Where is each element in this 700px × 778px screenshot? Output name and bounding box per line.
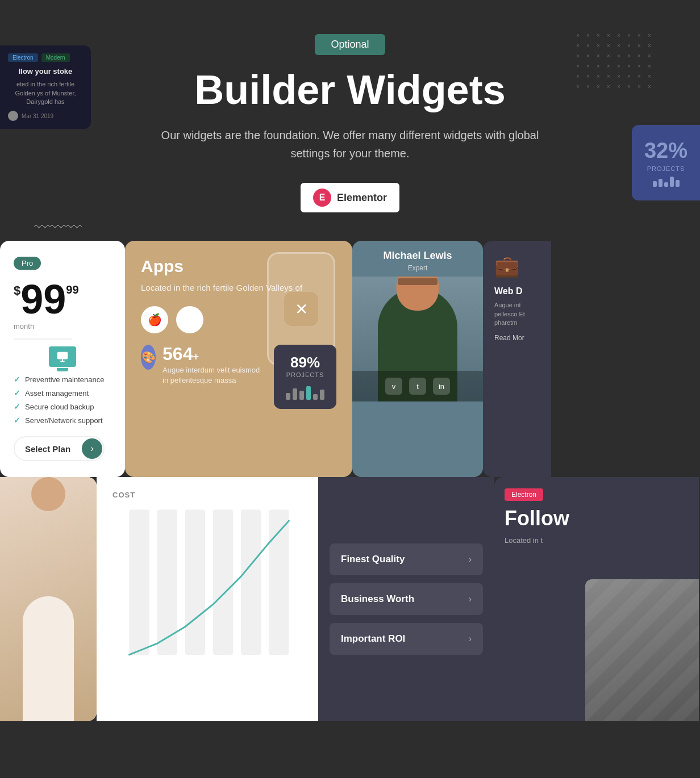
check-icon: ✓ — [14, 402, 20, 411]
chart-card: COST — [97, 477, 318, 721]
linkedin-icon[interactable]: in — [433, 378, 450, 395]
follow-card: Electron Follow Located in t — [494, 477, 699, 721]
person-body — [23, 596, 74, 721]
team-member-role: Expert — [352, 264, 483, 272]
svg-rect-7 — [241, 510, 261, 655]
service-title: Web D — [494, 286, 540, 296]
electron-tag: Electron — [505, 488, 543, 501]
feature-item: ✓Server/Network support — [14, 416, 111, 425]
blog-title: llow your stoke — [8, 66, 83, 77]
staircase-texture — [585, 579, 699, 721]
stat-number: 564+ — [163, 345, 265, 363]
blog-tag-electron: Electron — [8, 53, 38, 62]
hero-description: Our widgets are the foundation. We offer… — [157, 126, 543, 162]
service-description: Augue int pellesco Et pharetm — [494, 301, 540, 327]
check-icon: ✓ — [14, 375, 20, 384]
vimeo-icon[interactable]: v — [385, 378, 402, 395]
feature-item: ✓Preventive maintenance — [14, 375, 111, 384]
accordion-arrow-icon: › — [469, 634, 472, 644]
svg-rect-6 — [213, 510, 233, 655]
team-member-card: Michael Lewis Expert v t in — [352, 241, 483, 477]
feature-item: ✓Asset management — [14, 388, 111, 398]
check-icon: ✓ — [14, 388, 20, 398]
apps-description: Located in the rich fertile Golden Valle… — [141, 282, 336, 295]
staircase-image — [585, 579, 699, 721]
monitor-icon-wrap — [14, 346, 111, 367]
accordion-item-finest-quality[interactable]: Finest Quality › — [330, 543, 483, 575]
accordion-section: Finest Quality › Business Worth › Import… — [318, 477, 494, 721]
play-store-button[interactable]: ▶ — [176, 306, 203, 333]
accordion-item-important-roi[interactable]: Important ROI › — [330, 623, 483, 655]
accordion-label-finest-quality: Finest Quality — [341, 554, 405, 565]
stat-palette-icon: 🎨 — [141, 345, 156, 370]
blog-tag-modern: Modern — [41, 53, 70, 62]
chart-area — [113, 508, 302, 667]
projects-percent: 89% — [283, 354, 327, 371]
check-icon: ✓ — [14, 416, 20, 425]
features-list: ✓Preventive maintenance ✓Asset managemen… — [14, 375, 111, 425]
accordion-arrow-icon: › — [469, 594, 472, 604]
stat-description: Augue interdum velit euismod in pellente… — [163, 365, 265, 386]
svg-rect-5 — [185, 510, 205, 655]
service-card-partial: 💼 Web D Augue int pellesco Et pharetm Re… — [483, 241, 551, 477]
briefcase-icon: 💼 — [494, 254, 540, 278]
cost-chart — [113, 508, 302, 667]
team-member-photo: v t in — [352, 277, 483, 401]
elementor-icon: E — [313, 189, 331, 207]
select-plan-label: Select Plan — [15, 438, 81, 459]
select-plan-arrow-icon: › — [82, 438, 102, 459]
accordion-label-business-worth: Business Worth — [341, 593, 414, 605]
blog-description: eted in the rich fertile Golden ys of Mu… — [8, 80, 83, 106]
stats-row: 🎨 564+ Augue interdum velit euismod in p… — [141, 345, 336, 409]
stat-564: 🎨 564+ Augue interdum velit euismod in p… — [141, 345, 265, 386]
mini-bar-chart — [642, 177, 690, 187]
select-plan-button[interactable]: Select Plan › — [14, 436, 105, 461]
chart-label: COST — [113, 491, 302, 499]
app-buttons: 🍎 ▶ — [141, 306, 336, 333]
accordion-arrow-icon: › — [469, 554, 472, 564]
blog-preview-card: Electron Modern llow your stoke eted in … — [0, 45, 91, 129]
accordion-item-business-worth[interactable]: Business Worth › — [330, 583, 483, 615]
person-image — [0, 477, 97, 721]
svg-rect-0 — [57, 352, 68, 359]
apps-card: ✕ Apps Located in the rich fertile Golde… — [125, 241, 352, 477]
projects-box: 89% PROJECTS — [274, 345, 336, 409]
dot-grid-decoration: ×××××××× ×××××××× ×××××××× ×××××××× ××××… — [576, 34, 655, 92]
price-dollar: $ — [14, 283, 20, 298]
projects-bar-chart — [283, 383, 327, 400]
team-member-name: Michael Lewis — [352, 241, 483, 264]
price-superscript: 99 — [66, 283, 78, 296]
apps-title: Apps — [141, 257, 336, 276]
read-more-link[interactable]: Read Mor — [494, 334, 540, 342]
follow-title: Follow — [505, 507, 689, 530]
monitor-svg — [56, 350, 69, 363]
person-partial-card — [0, 477, 97, 721]
bottom-section: COST Finest Quality › — [0, 477, 700, 721]
price-divider — [14, 338, 72, 340]
widgets-row: Pro $ 99 99 month ✓Preventive maintenanc… — [0, 241, 700, 477]
blog-author-avatar — [8, 111, 18, 121]
percent-value: 32% — [642, 139, 690, 163]
blog-date: Mar 31 2019 — [22, 113, 53, 119]
price-display: $ 99 99 — [14, 279, 111, 320]
monitor-icon — [49, 346, 76, 367]
person-head — [31, 477, 65, 511]
blog-meta: Mar 31 2019 — [8, 111, 83, 121]
elementor-badge[interactable]: E Elementor — [301, 183, 399, 212]
social-links-bar: v t in — [352, 371, 483, 401]
twitter-icon[interactable]: t — [409, 378, 426, 395]
pro-badge: Pro — [14, 257, 41, 270]
apple-store-button[interactable]: 🍎 — [141, 306, 168, 333]
price-period: month — [14, 322, 111, 331]
percent-card: 32% PROJECTS — [632, 125, 700, 200]
projects-label: PROJECTS — [283, 371, 327, 378]
apps-content: Apps Located in the rich fertile Golden … — [141, 257, 336, 409]
feature-item: ✓Secure cloud backup — [14, 402, 111, 411]
percent-label: PROJECTS — [642, 165, 690, 172]
pricing-card: Pro $ 99 99 month ✓Preventive maintenanc… — [0, 241, 125, 477]
optional-badge: Optional — [315, 34, 385, 55]
follow-description: Located in t — [505, 535, 689, 546]
price-main: 99 — [20, 279, 66, 320]
elementor-label: Elementor — [337, 192, 387, 204]
svg-rect-3 — [129, 510, 149, 655]
